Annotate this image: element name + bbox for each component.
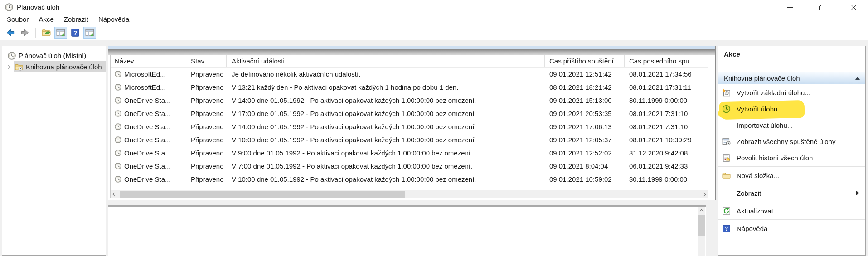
action-label: Nápověda bbox=[737, 225, 767, 232]
task-row[interactable]: OneDrive Sta... Připraveno V 7:00 dne 01… bbox=[111, 159, 708, 173]
action-import-task[interactable]: Importovat úlohu... bbox=[718, 117, 865, 133]
restore-button[interactable] bbox=[811, 0, 832, 14]
actions-separator bbox=[718, 166, 865, 167]
task-status: Připraveno bbox=[183, 83, 227, 91]
actions-separator bbox=[718, 219, 865, 220]
action-refresh[interactable]: Aktualizovat bbox=[718, 203, 865, 219]
task-row[interactable]: OneDrive Sta... Připraveno V 14:00 dne 0… bbox=[111, 120, 708, 133]
menu-napoveda[interactable]: Nápověda bbox=[93, 14, 134, 25]
task-status: Připraveno bbox=[183, 110, 227, 117]
console-tree-toggle-button[interactable] bbox=[54, 27, 67, 39]
vertical-scrollbar[interactable] bbox=[698, 207, 705, 256]
task-next-run: 09.01.2021 15:13:00 bbox=[545, 97, 625, 104]
column-header-aktivacni-udalosti[interactable]: Aktivační události bbox=[227, 55, 545, 67]
action-show-running-tasks[interactable]: Zobrazit všechny spuštěné úlohy bbox=[718, 133, 865, 150]
console-tree-pane: Plánovač úloh (Místní) Knihovna plánovač… bbox=[2, 46, 106, 256]
task-row[interactable]: OneDrive Sta... Připraveno V 10:00 dne 0… bbox=[111, 133, 708, 146]
chevron-left-icon bbox=[112, 193, 116, 196]
actions-section-header[interactable]: Knihovna plánovače úloh bbox=[718, 72, 865, 84]
minimize-button[interactable] bbox=[780, 0, 800, 14]
collapse-section-icon[interactable] bbox=[855, 77, 860, 80]
task-trigger: V 10:00 dne 01.05.1992 - Po aktivaci opa… bbox=[227, 175, 545, 183]
task-trigger: Je definováno několik aktivačních událos… bbox=[227, 70, 545, 78]
task-row[interactable]: OneDrive Sta... Připraveno V 17:00 dne 0… bbox=[111, 107, 708, 120]
export-list-button[interactable] bbox=[40, 27, 53, 39]
task-row[interactable]: OneDrive Sta... Připraveno V 14:00 dne 0… bbox=[111, 94, 708, 107]
column-header-row: Název Stav Aktivační události Čas příští… bbox=[111, 55, 708, 68]
task-row[interactable]: OneDrive Sta... Připraveno V 10:00 dne 0… bbox=[111, 173, 708, 186]
console-bevel-border bbox=[108, 49, 715, 55]
menu-bar: Soubor Akce Zobrazit Nápověda bbox=[0, 14, 868, 25]
task-row[interactable]: MicrosoftEd... Připraveno Je definováno … bbox=[111, 68, 708, 81]
scroll-left-button[interactable] bbox=[111, 190, 118, 198]
task-last-run: 08.01.2021 17:34:56 bbox=[625, 70, 708, 78]
task-list-viewport: Název Stav Aktivační události Čas příští… bbox=[111, 55, 708, 190]
menu-soubor[interactable]: Soubor bbox=[2, 14, 34, 25]
scroll-right-button[interactable] bbox=[700, 190, 708, 198]
chevron-right-icon bbox=[6, 65, 10, 68]
action-new-folder[interactable]: Nová složka... bbox=[718, 167, 865, 184]
tree-library-label: Knihovna plánovače úloh bbox=[26, 63, 102, 71]
column-header-cas-pristiho-spusteni[interactable]: Čas příštího spuštění bbox=[545, 55, 625, 67]
task-name: MicrosoftEd... bbox=[124, 83, 166, 91]
action-view-submenu[interactable]: Zobrazit bbox=[718, 185, 865, 201]
task-next-run: 09.01.2021 20:53:35 bbox=[545, 110, 625, 117]
task-name: OneDrive Sta... bbox=[124, 110, 171, 117]
folder-clock-icon bbox=[15, 63, 23, 71]
task-name: OneDrive Sta... bbox=[124, 97, 171, 104]
tree-library-selected-row[interactable]: Knihovna plánovače úloh bbox=[14, 61, 106, 72]
forward-icon bbox=[20, 28, 29, 37]
actions-pane: Akce Knihovna plánovače úloh Vytvořit zá… bbox=[718, 46, 866, 256]
task-name: OneDrive Sta... bbox=[124, 123, 171, 130]
action-help[interactable]: Nápověda bbox=[718, 220, 865, 237]
task-next-run: 09.01.2021 8:04:04 bbox=[545, 162, 625, 170]
action-pane-toggle-button[interactable] bbox=[83, 27, 96, 39]
menu-zobrazit[interactable]: Zobrazit bbox=[59, 14, 93, 25]
actions-pane-title: Akce bbox=[718, 46, 865, 65]
tree-item-library[interactable]: Knihovna plánovače úloh bbox=[2, 61, 106, 72]
column-header-stav[interactable]: Stav bbox=[183, 55, 227, 67]
minimize-icon bbox=[787, 7, 793, 7]
menu-akce[interactable]: Akce bbox=[34, 14, 58, 25]
export-list-icon bbox=[42, 28, 51, 37]
back-button[interactable] bbox=[4, 27, 17, 39]
action-label: Importovat úlohu... bbox=[737, 121, 793, 129]
task-status: Připraveno bbox=[183, 162, 227, 170]
action-label: Vytvořit základní úlohu... bbox=[737, 89, 810, 97]
tree-expander-chevron[interactable] bbox=[2, 66, 14, 68]
action-label: Povolit historii všech úloh bbox=[737, 154, 813, 162]
column-header-cas-posledniho-spusteni[interactable]: Čas posledního spu bbox=[625, 55, 708, 67]
action-enable-task-history[interactable]: Povolit historii všech úloh bbox=[718, 150, 865, 166]
help-button[interactable] bbox=[69, 27, 82, 39]
forward-button[interactable] bbox=[19, 27, 31, 39]
task-last-run: 08.01.2021 17:31:11 bbox=[625, 83, 708, 91]
clock-icon bbox=[8, 52, 16, 60]
task-row[interactable]: MicrosoftEd... Připraveno V 13:21 každý … bbox=[111, 81, 708, 94]
vertical-scroll-thumb[interactable] bbox=[698, 215, 705, 236]
tree-root-label: Plánovač úloh (Místní) bbox=[19, 52, 86, 59]
column-header-nazev[interactable]: Název bbox=[111, 55, 183, 67]
task-status: Připraveno bbox=[183, 97, 227, 104]
tree-item-root[interactable]: Plánovač úloh (Místní) bbox=[2, 50, 106, 61]
task-next-run: 08.01.2021 18:21:42 bbox=[545, 83, 625, 91]
task-status: Připraveno bbox=[183, 70, 227, 78]
scroll-up-button[interactable] bbox=[698, 207, 705, 215]
horizontal-scroll-thumb[interactable] bbox=[120, 191, 405, 198]
refresh-icon bbox=[722, 207, 731, 215]
task-next-run: 09.01.2021 17:06:13 bbox=[545, 123, 625, 130]
task-last-run: 31.12.2020 9:42:08 bbox=[625, 149, 708, 157]
action-label: Vytvořit úlohu... bbox=[737, 105, 783, 113]
task-next-run: 09.01.2021 10:59:02 bbox=[545, 175, 625, 183]
horizontal-scrollbar[interactable] bbox=[111, 190, 708, 198]
folder-icon bbox=[722, 171, 731, 180]
task-last-run: 30.11.1999 0:00:00 bbox=[625, 175, 708, 183]
close-button[interactable] bbox=[843, 0, 864, 14]
action-create-basic-task[interactable]: Vytvořit základní úlohu... bbox=[718, 84, 865, 101]
task-row[interactable]: OneDrive Sta... Připraveno V 9:00 dne 01… bbox=[111, 146, 708, 159]
horizontal-scroll-track[interactable] bbox=[118, 190, 700, 198]
task-trigger: V 7:00 dne 01.05.1992 - Po aktivaci opak… bbox=[227, 162, 545, 170]
task-trigger: V 14:00 dne 01.05.1992 - Po aktivaci opa… bbox=[227, 97, 545, 104]
action-create-task[interactable]: Vytvořit úlohu... bbox=[718, 101, 865, 117]
basic-task-icon bbox=[722, 88, 731, 97]
help-icon bbox=[71, 28, 80, 37]
